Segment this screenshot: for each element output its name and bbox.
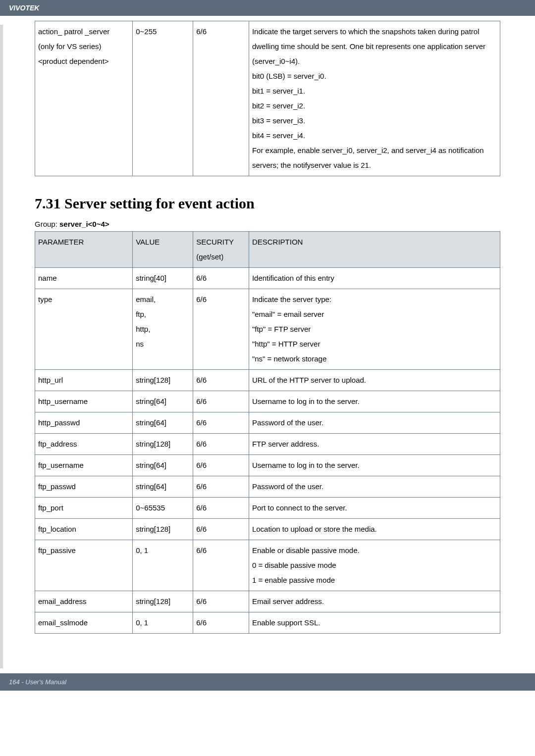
param-table-continuation: action_ patrol _server (only for VS seri…	[35, 21, 500, 176]
table-row: http_usernamestring[64]6/6Username to lo…	[35, 391, 500, 412]
cell-security: 6/6	[193, 391, 249, 412]
header-desc: DESCRIPTION	[249, 232, 500, 268]
cell-value: string[128]	[133, 591, 193, 612]
table-row: ftp_addressstring[128]6/6FTP server addr…	[35, 434, 500, 455]
table-row: typeemail, ftp, http, ns6/6Indicate the …	[35, 289, 500, 370]
cell-value: string[40]	[133, 268, 193, 289]
cell-security: 6/6	[193, 519, 249, 540]
cell-security: 6/6	[193, 370, 249, 391]
cell-value: string[64]	[133, 455, 193, 476]
cell-desc: Location to upload or store the media.	[249, 519, 500, 540]
cell-param: name	[35, 268, 133, 289]
table-row: namestring[40]6/6Identification of this …	[35, 268, 500, 289]
cell-desc: Port to connect to the server.	[249, 498, 500, 519]
page-footer: 164 - User's Manual	[0, 673, 535, 691]
cell-desc: FTP server address.	[249, 434, 500, 455]
table-row: ftp_locationstring[128]6/6Location to up…	[35, 519, 500, 540]
cell-value: 0~255	[133, 21, 193, 176]
header-value: VALUE	[133, 232, 193, 268]
table-row: ftp_usernamestring[64]6/6Username to log…	[35, 455, 500, 476]
cell-security: 6/6	[193, 412, 249, 434]
cell-security: 6/6	[193, 268, 249, 289]
table-row: http_passwdstring[64]6/6Password of the …	[35, 412, 500, 434]
cell-value: string[128]	[133, 370, 193, 391]
cell-desc: Enable support SSL.	[249, 612, 500, 634]
table-row: email_sslmode0, 16/6Enable support SSL.	[35, 612, 500, 634]
cell-desc: Email server address.	[249, 591, 500, 612]
cell-desc: URL of the HTTP server to upload.	[249, 370, 500, 391]
cell-security: 6/6	[193, 540, 249, 591]
table-row: action_ patrol _server (only for VS seri…	[35, 21, 500, 176]
cell-desc: Indicate the target servers to which the…	[249, 21, 500, 176]
cell-security: 6/6	[193, 612, 249, 634]
cell-param: action_ patrol _server (only for VS seri…	[35, 21, 133, 176]
cell-value: 0, 1	[133, 540, 193, 591]
cell-param: ftp_port	[35, 498, 133, 519]
table-row: email_addressstring[128]6/6Email server …	[35, 591, 500, 612]
param-table-server: PARAMETER VALUE SECURITY (get/set) DESCR…	[35, 231, 500, 634]
cell-param: email_address	[35, 591, 133, 612]
group-label: Group:	[35, 220, 59, 228]
brand-header: VIVOTEK	[0, 0, 535, 16]
cell-param: ftp_username	[35, 455, 133, 476]
cell-value: string[64]	[133, 412, 193, 434]
cell-desc: Enable or disable passive mode. 0 = disa…	[249, 540, 500, 591]
header-security: SECURITY (get/set)	[193, 232, 249, 268]
cell-param: ftp_address	[35, 434, 133, 455]
cell-param: email_sslmode	[35, 612, 133, 634]
table-row: ftp_port0~655356/6Port to connect to the…	[35, 498, 500, 519]
cell-param: http_url	[35, 370, 133, 391]
footer-text: 164 - User's Manual	[9, 678, 66, 686]
group-value: server_i<0~4>	[59, 220, 109, 228]
brand-text: VIVOTEK	[9, 4, 39, 12]
cell-param: ftp_passwd	[35, 476, 133, 498]
cell-security: 6/6	[193, 591, 249, 612]
cell-value: string[64]	[133, 476, 193, 498]
cell-value: string[128]	[133, 434, 193, 455]
cell-value: 0, 1	[133, 612, 193, 634]
cell-param: ftp_location	[35, 519, 133, 540]
cell-desc: Password of the user.	[249, 412, 500, 434]
cell-param: type	[35, 289, 133, 370]
cell-param: ftp_passive	[35, 540, 133, 591]
cell-param: http_username	[35, 391, 133, 412]
group-line: Group: server_i<0~4>	[35, 220, 500, 228]
cell-param: http_passwd	[35, 412, 133, 434]
cell-value: 0~65535	[133, 498, 193, 519]
cell-value: string[128]	[133, 519, 193, 540]
table-header-row: PARAMETER VALUE SECURITY (get/set) DESCR…	[35, 232, 500, 268]
cell-value: email, ftp, http, ns	[133, 289, 193, 370]
header-param: PARAMETER	[35, 232, 133, 268]
cell-desc: Identification of this entry	[249, 268, 500, 289]
cell-security: 6/6	[193, 434, 249, 455]
left-strip	[0, 25, 3, 668]
cell-desc: Indicate the server type: "email" = emai…	[249, 289, 500, 370]
cell-desc: Username to log in to the server.	[249, 455, 500, 476]
table-row: ftp_passive0, 16/6Enable or disable pass…	[35, 540, 500, 591]
section-title: 7.31 Server setting for event action	[35, 195, 500, 212]
cell-value: string[64]	[133, 391, 193, 412]
cell-security: 6/6	[193, 498, 249, 519]
table-row: http_urlstring[128]6/6URL of the HTTP se…	[35, 370, 500, 391]
cell-security: 6/6	[193, 476, 249, 498]
cell-desc: Username to log in to the server.	[249, 391, 500, 412]
cell-security: 6/6	[193, 455, 249, 476]
cell-security: 6/6	[193, 289, 249, 370]
cell-security: 6/6	[193, 21, 249, 176]
table-row: ftp_passwdstring[64]6/6Password of the u…	[35, 476, 500, 498]
cell-desc: Password of the user.	[249, 476, 500, 498]
